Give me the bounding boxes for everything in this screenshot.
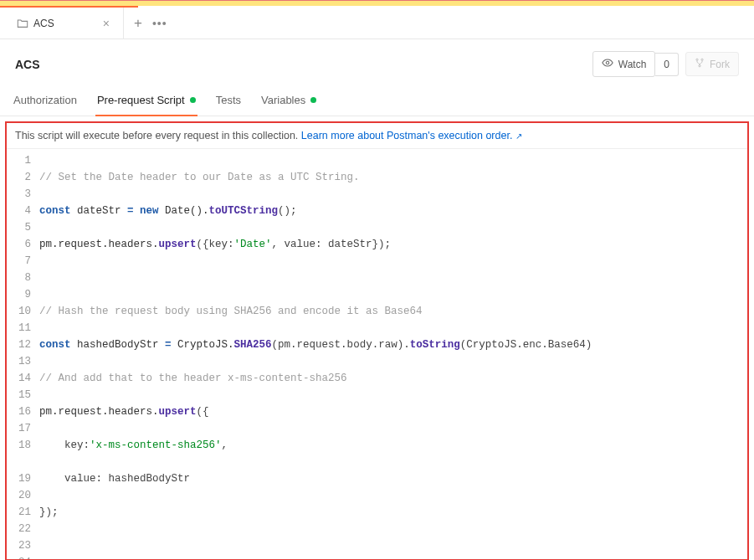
svg-point-0 bbox=[606, 61, 609, 64]
page-title: ACS bbox=[15, 58, 40, 71]
fork-icon bbox=[695, 58, 705, 70]
svg-point-2 bbox=[701, 59, 703, 60]
tab-label: ACS bbox=[33, 18, 95, 29]
fork-label: Fork bbox=[710, 59, 730, 70]
modified-dot-icon bbox=[310, 97, 316, 103]
fork-button[interactable]: Fork bbox=[685, 52, 739, 76]
tab-pre-request-script[interactable]: Pre-request Script bbox=[95, 85, 197, 116]
line-gutter: 123456789101112131415161718 192021222324 bbox=[7, 152, 39, 559]
watch-button[interactable]: Watch bbox=[592, 51, 656, 77]
new-tab-button[interactable]: + bbox=[134, 16, 142, 30]
svg-point-3 bbox=[699, 65, 700, 67]
watch-label: Watch bbox=[618, 59, 647, 70]
hint-text: This script will execute before every re… bbox=[15, 130, 301, 141]
header-actions: Watch 0 Fork bbox=[592, 51, 739, 77]
external-link-icon: ↗ bbox=[515, 131, 522, 141]
svg-point-1 bbox=[696, 59, 698, 60]
code-editor[interactable]: 123456789101112131415161718 192021222324… bbox=[7, 149, 747, 559]
nav-tabs: Authorization Pre-request Script Tests V… bbox=[0, 85, 754, 116]
header-row: ACS Watch 0 Fork bbox=[0, 39, 754, 85]
tab-strip: ACS × + ••• bbox=[0, 8, 754, 39]
workspace-tab[interactable]: ACS × bbox=[7, 8, 124, 39]
code-content[interactable]: // Set the Date header to our Date as a … bbox=[39, 152, 747, 559]
alert-bar bbox=[0, 0, 754, 6]
close-icon[interactable]: × bbox=[100, 16, 113, 31]
eye-icon bbox=[602, 57, 613, 71]
watch-count[interactable]: 0 bbox=[655, 53, 679, 76]
tab-authorization[interactable]: Authorization bbox=[12, 85, 79, 116]
tab-overflow-button[interactable]: ••• bbox=[152, 17, 167, 30]
hint-bar: This script will execute before every re… bbox=[7, 123, 747, 149]
hint-link[interactable]: Learn more about Postman's execution ord… bbox=[301, 130, 522, 141]
modified-dot-icon bbox=[190, 97, 196, 103]
highlighted-region: This script will execute before every re… bbox=[5, 121, 749, 560]
tab-variables[interactable]: Variables bbox=[259, 85, 318, 116]
tab-tests[interactable]: Tests bbox=[214, 85, 243, 116]
tab-actions: + ••• bbox=[124, 16, 167, 30]
folder-icon bbox=[17, 18, 28, 29]
